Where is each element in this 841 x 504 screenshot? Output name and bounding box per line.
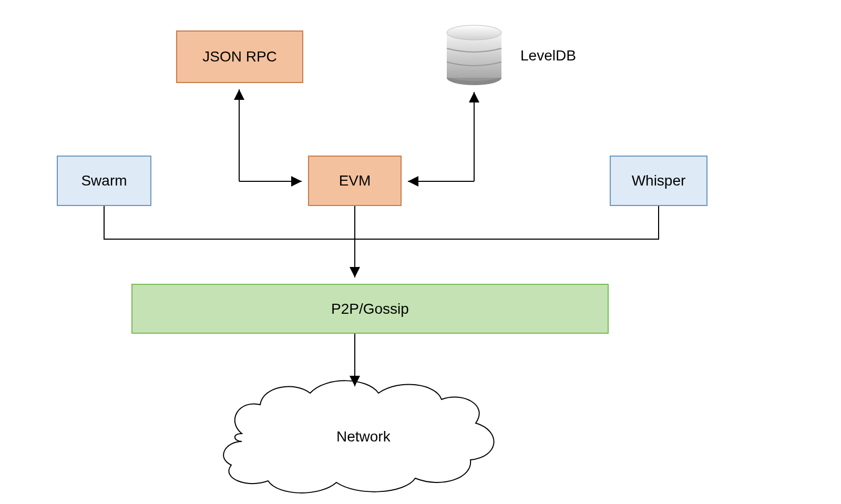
diagram-canvas: JSON RPC: [0, 0, 841, 504]
node-whisper-label: Whisper: [632, 172, 686, 189]
svg-point-0: [447, 70, 501, 85]
node-evm-label: EVM: [339, 172, 371, 189]
connectors: [0, 0, 841, 504]
db-icon: [0, 0, 841, 504]
node-whisper: Whisper: [610, 156, 707, 206]
node-json-rpc-label: JSON RPC: [202, 48, 277, 65]
node-p2p: P2P/Gossip: [131, 284, 609, 334]
node-json-rpc: JSON RPC: [176, 30, 303, 83]
cloud-icon: [0, 0, 841, 504]
node-swarm: Swarm: [57, 156, 151, 206]
node-p2p-label: P2P/Gossip: [331, 301, 409, 317]
node-swarm-label: Swarm: [81, 172, 127, 189]
node-evm: EVM: [308, 156, 402, 206]
svg-rect-1: [447, 33, 501, 78]
leveldb-label: LevelDB: [520, 47, 576, 64]
network-label: Network: [336, 428, 391, 445]
svg-point-2: [447, 25, 501, 40]
